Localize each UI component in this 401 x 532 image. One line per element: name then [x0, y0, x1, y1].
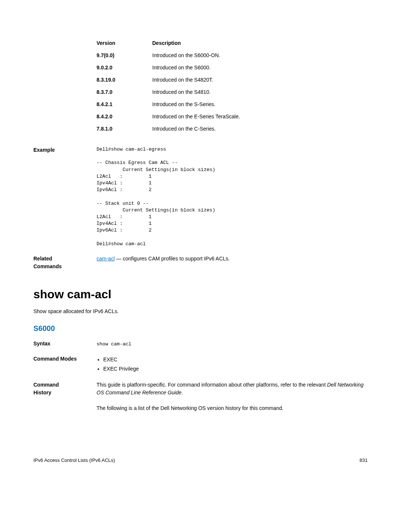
- cam-acl-link[interactable]: cam-acl: [97, 256, 115, 262]
- version-value: 7.8.1.0: [97, 125, 152, 133]
- column-header-description: Description: [152, 39, 368, 47]
- version-value: 8.3.7.0: [97, 88, 152, 96]
- table-row: 9.0.2.0 Introduced on the S6000.: [97, 62, 368, 74]
- version-description: Introduced on the C-Series.: [152, 125, 368, 133]
- command-modes-label: Command Modes: [33, 355, 78, 374]
- version-value: 8.4.2.0: [97, 113, 152, 121]
- table-row: 9.7(0.0) Introduced on the S6000-ON.: [97, 49, 368, 62]
- table-row: 7.8.1.0 Introduced on the C-Series.: [97, 123, 368, 135]
- related-suffix: — configures CAM profiles to support IPv…: [115, 256, 230, 262]
- page-subtitle: Show space allocated for IPv6 ACLs.: [33, 308, 368, 315]
- table-row: 8.4.2.0 Introduced on the E-Series TeraS…: [97, 111, 368, 123]
- version-value: 8.3.19.0: [97, 76, 152, 84]
- related-commands-section: Related Commands cam-acl — configures CA…: [33, 255, 368, 270]
- example-section: Example Dell#show cam-acl-egress -- Chas…: [33, 146, 368, 247]
- version-description: Introduced on the S6000.: [152, 64, 368, 72]
- list-item: EXEC: [103, 355, 368, 364]
- table-row: 8.4.2.1 Introduced on the S-Series.: [97, 98, 368, 111]
- command-history-section: Command History This guide is platform-s…: [33, 381, 368, 412]
- list-item: EXEC Privilege: [103, 364, 368, 374]
- version-description: Introduced on the S4810.: [152, 88, 368, 96]
- page-footer: IPv6 Access Control Lists (IPv6 ACLs) 83…: [33, 457, 368, 464]
- footer-page-number: 831: [359, 457, 368, 464]
- version-value: 8.4.2.1: [97, 101, 152, 108]
- syntax-value: show cam-acl: [97, 341, 131, 347]
- command-modes-section: Command Modes EXEC EXEC Privilege: [33, 355, 368, 374]
- command-history-p1-prefix: This guide is platform-specific. For com…: [97, 382, 327, 388]
- version-value: 9.0.2.0: [97, 64, 152, 72]
- syntax-section: Syntax show cam-acl: [33, 340, 368, 348]
- related-commands-label: Related Commands: [33, 255, 78, 270]
- platform-label: S6000: [33, 323, 368, 334]
- command-history-p2: The following is a list of the Dell Netw…: [97, 404, 368, 412]
- syntax-label: Syntax: [33, 340, 78, 348]
- version-description: Introduced on the S6000-ON.: [152, 52, 368, 59]
- column-header-version: Version: [97, 39, 152, 47]
- version-value: 9.7(0.0): [97, 52, 152, 59]
- example-code: Dell#show cam-acl-egress -- Chassis Egre…: [97, 146, 368, 247]
- version-description: Introduced on the S4820T.: [152, 76, 368, 84]
- command-modes-list: EXEC EXEC Privilege: [103, 355, 368, 374]
- example-label: Example: [33, 146, 78, 247]
- command-history-p1-suffix: .: [182, 390, 183, 395]
- version-description: Introduced on the E-Series TeraScale.: [152, 113, 368, 121]
- command-history-p1: This guide is platform-specific. For com…: [97, 381, 368, 397]
- version-description: Introduced on the S-Series.: [152, 101, 368, 108]
- footer-left: IPv6 Access Control Lists (IPv6 ACLs): [33, 457, 115, 464]
- command-history-label: Command History: [33, 381, 78, 412]
- page-title: show cam-acl: [33, 285, 368, 303]
- version-history-table: Version Description 9.7(0.0) Introduced …: [97, 37, 368, 135]
- table-header-row: Version Description: [97, 37, 368, 49]
- table-row: 8.3.19.0 Introduced on the S4820T.: [97, 74, 368, 86]
- table-row: 8.3.7.0 Introduced on the S4810.: [97, 86, 368, 98]
